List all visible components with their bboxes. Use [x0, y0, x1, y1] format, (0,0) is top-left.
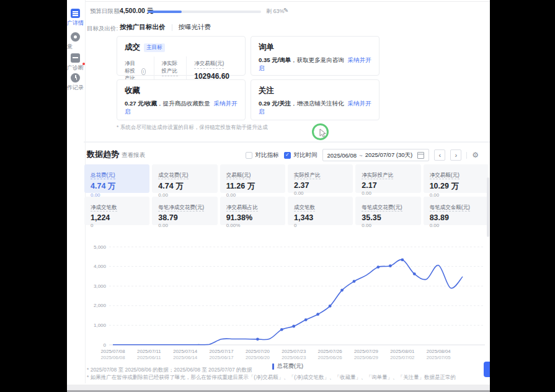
svg-text:2025/06/14: 2025/06/14 — [173, 355, 198, 360]
primary-goal-badge: 主目标 — [144, 43, 165, 52]
metric-card[interactable]: 每笔成交金额(元)83.890.00 — [424, 197, 489, 225]
metric-value: 2.37 — [294, 181, 347, 190]
sidebar-item-3[interactable]: 推广诊断 — [67, 53, 85, 74]
metric-card[interactable]: 每笔成交花费(元)35.350.00 — [355, 197, 420, 225]
compare-metric-label[interactable]: 对比指标 — [255, 151, 279, 159]
goal-note: * 系统会尽可能达成你设置的目标，保持稳定投放有助于提升达成 — [117, 124, 268, 131]
metric-card[interactable]: 净交易额(元)10.29 万0.00 — [424, 164, 489, 193]
metric-compare-value: 0.00 — [362, 223, 414, 228]
bid-mode-tabs: 按推广目标出价 按曝光计费 — [120, 23, 211, 32]
goal-card-desc: 0.29 元/关注，增强店铺关注转化 采纳并开启 — [259, 100, 371, 116]
svg-text:2025/06/17: 2025/06/17 — [210, 355, 234, 360]
metric-card[interactable]: 净成交笔数1,2240 — [84, 197, 149, 225]
budget-progress-bar — [148, 11, 261, 13]
svg-text:2025/06/26: 2025/06/26 — [318, 355, 342, 360]
metric-card[interactable]: 每笔净成交花费(元)38.790.00 — [152, 197, 217, 225]
metric-value: 4.74 万 — [158, 181, 211, 192]
metric-card[interactable]: 实际投产比2.370.00 — [288, 164, 353, 193]
metric-compare-value: 0 — [294, 223, 347, 228]
budget-label: 预算日限额: — [90, 7, 121, 16]
metric-compare-value: 0.00% — [226, 223, 279, 228]
metric-value: 83.89 — [430, 213, 482, 222]
metric-card[interactable]: 净实际投产比2.170.00 — [355, 164, 420, 193]
metric-card[interactable]: 成交笔数1,3430 — [288, 197, 353, 225]
compare-metric-checkbox[interactable] — [246, 152, 252, 159]
controls-divider — [466, 152, 467, 159]
svg-text:2025/06/23: 2025/06/23 — [282, 355, 306, 360]
metric-card[interactable]: 交易额(元)11.26 万0.00 — [220, 164, 285, 193]
svg-text:4,000: 4,000 — [94, 264, 107, 269]
screenshot-stage: 推广详情创意推广诊断操作记录 预算日限额: 4,500.00 元 剩 63% ✎… — [0, 0, 555, 392]
settings-gear-icon[interactable]: ⚙ — [472, 151, 479, 159]
goal-card-title: 成交 — [125, 42, 140, 53]
metric-label: 总花费(元) — [91, 172, 115, 179]
goal-card-price: 0.29 元/关注 — [259, 100, 291, 107]
app-panel: 推广详情创意推广诊断操作记录 预算日限额: 4,500.00 元 剩 63% ✎… — [67, 0, 490, 392]
metric-value: 38.79 — [158, 213, 211, 222]
prev-period-button[interactable]: ‹ — [434, 149, 445, 161]
svg-text:0: 0 — [104, 342, 107, 348]
metric-value: 35.35 — [362, 213, 414, 222]
goal-cards-grid: 成交主目标净目标投产比i2.45 ✎净实际投产比2.17净交易额(元)10294… — [117, 36, 380, 120]
goal-card-desc: 0.27 元/收藏，提升商品收藏数量 采纳并开启 — [125, 100, 238, 116]
metric-compare-value: 0.00 — [158, 223, 211, 228]
metric-label: 净交易额占比 — [226, 204, 258, 212]
scrollbar-thumb[interactable] — [487, 177, 489, 237]
trend-line-chart: 01,0002,0003,0004,0005,0002025/07/082025… — [86, 241, 490, 362]
svg-text:2025/07/08: 2025/07/08 — [100, 349, 125, 354]
metric-card[interactable]: 总花费(元)4.74 万0.00 — [84, 164, 149, 193]
sidebar: 推广详情创意推广诊断操作记录 — [67, 0, 86, 383]
svg-text:2025/08/01: 2025/08/01 — [390, 349, 414, 354]
metric-card[interactable]: 净交易额占比91.38%0.00% — [220, 197, 285, 225]
goal-card-title: 询单 — [259, 42, 274, 53]
mouse-cursor-icon — [319, 128, 327, 138]
metric-value: 1,224 — [91, 213, 143, 222]
panel-top-border — [84, 1, 490, 2]
tab-bid-by-goal[interactable]: 按推广目标出价 — [120, 23, 166, 32]
legend-marker — [272, 363, 274, 370]
goal-card-1: 成交主目标净目标投产比i2.45 ✎净实际投产比2.17净交易额(元)10294… — [117, 36, 246, 76]
section-divider — [84, 141, 490, 143]
svg-text:2025/07/02: 2025/07/02 — [390, 355, 414, 360]
sidebar-item-4[interactable]: 操作记录 — [67, 73, 85, 94]
diagnosis-icon — [71, 53, 80, 63]
metric-value: 91.38% — [226, 213, 279, 222]
footnote-disclaimer: * 如果推广在暂停或删除前已经获得了曝光，那么在暂停或重建后展示「(净)交易额」… — [87, 374, 456, 381]
svg-text:2025/07/17: 2025/07/17 — [210, 349, 234, 354]
metric-label: 成交笔数 — [294, 204, 315, 212]
date-separator: ~ — [359, 152, 363, 159]
goal-card-title: 收藏 — [125, 86, 140, 96]
svg-text:2025/07/29: 2025/07/29 — [354, 349, 378, 354]
compare-time-checkbox[interactable] — [284, 152, 291, 159]
svg-text:5,000: 5,000 — [94, 244, 107, 250]
metric-label: 净交易额(元) — [430, 172, 460, 179]
goal-bid-row: 目标及出价: 按推广目标出价 按曝光计费 — [67, 23, 490, 33]
creative-icon — [71, 32, 80, 42]
floating-side-tab[interactable] — [484, 362, 490, 377]
svg-text:2025/07/05: 2025/07/05 — [427, 355, 451, 360]
compare-time-label[interactable]: 对比时间 — [294, 151, 317, 159]
svg-text:2025/06/11: 2025/06/11 — [137, 355, 161, 360]
metric-value: 4.74 万 — [91, 181, 143, 192]
footnote-period: * 2025/07/08 至 2025/08/06 的数据；2025/06/08… — [87, 367, 252, 374]
metric-label: 交易额(元) — [226, 172, 251, 179]
budget-remaining-label: 剩 63% — [266, 7, 285, 16]
metric-cards-row-1: 总花费(元)4.74 万0.00成交花费(元)4.74 万0.00交易额(元)1… — [84, 164, 489, 193]
tab-bid-by-exposure[interactable]: 按曝光计费 — [179, 23, 211, 32]
sidebar-item-label: 操作记录 — [67, 84, 84, 92]
notification-dot — [82, 63, 85, 65]
view-report-link[interactable]: 查看报表 — [122, 151, 145, 159]
metric-compare-value: 0.00 — [362, 190, 414, 196]
svg-text:3,000: 3,000 — [94, 283, 107, 289]
date-range-input[interactable]: 2025/06/08 ~ 2025/07/07 (30天) — [322, 149, 430, 161]
svg-text:2025/06/29: 2025/06/29 — [354, 355, 378, 360]
next-period-button[interactable]: › — [450, 149, 461, 161]
svg-text:2,000: 2,000 — [94, 303, 107, 308]
goal-card-title: 关注 — [259, 86, 274, 96]
metric-card[interactable]: 成交花费(元)4.74 万0.00 — [152, 164, 217, 193]
goal-metric-label: 净交易额(元) — [194, 60, 224, 69]
edit-budget-icon[interactable]: ✎ — [283, 7, 288, 14]
svg-text:2025/08/04: 2025/08/04 — [427, 349, 451, 354]
sidebar-item-2[interactable]: 创意 — [67, 32, 85, 53]
goal-card-2: 询单0.35 元/询单，获取更多意向咨询 采纳并开启 — [251, 36, 380, 76]
